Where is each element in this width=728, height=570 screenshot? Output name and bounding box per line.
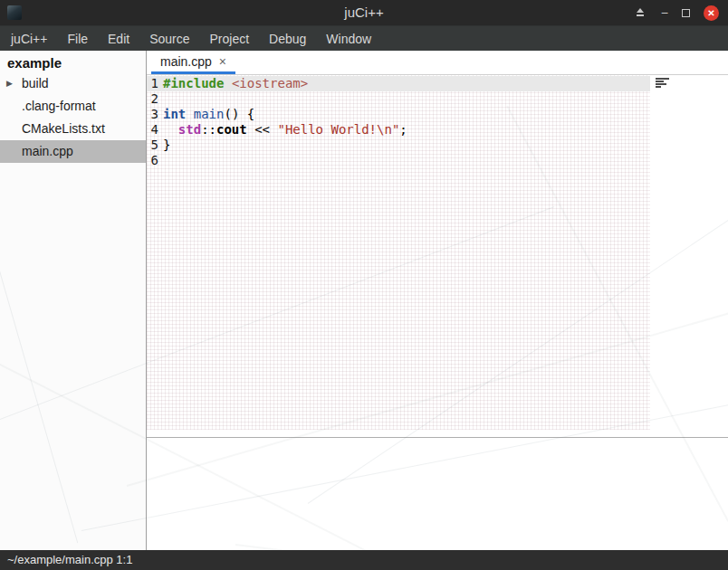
maximize-button[interactable] bbox=[682, 8, 690, 17]
window-controls: − ✕ bbox=[633, 0, 719, 25]
tab-close-icon[interactable]: × bbox=[219, 55, 226, 68]
sidebar-item-build[interactable]: ▶build bbox=[0, 72, 146, 95]
editor-line[interactable]: 6 bbox=[147, 153, 650, 168]
line-number: 3 bbox=[147, 107, 158, 122]
cursor-position-status: ~/example/main.cpp 1:1 bbox=[7, 553, 132, 566]
content-area: example ▶build.clang-formatCMakeLists.tx… bbox=[0, 51, 728, 550]
line-number: 6 bbox=[147, 153, 158, 168]
eject-icon[interactable] bbox=[633, 5, 647, 20]
file-tree: ▶build.clang-formatCMakeLists.txtmain.cp… bbox=[0, 72, 146, 163]
sidebar-item-cmakelists-txt[interactable]: CMakeLists.txt bbox=[0, 118, 146, 140]
editor-line[interactable]: 1#include <iostream> bbox=[147, 76, 650, 91]
status-bar: ~/example/main.cpp 1:1 bbox=[0, 550, 728, 570]
menu-item-file[interactable]: File bbox=[57, 26, 98, 52]
menu-item-edit[interactable]: Edit bbox=[98, 26, 139, 52]
line-number: 5 bbox=[147, 138, 158, 153]
line-number: 4 bbox=[147, 122, 158, 138]
sidebar-item-main-cpp[interactable]: main.cpp bbox=[0, 140, 146, 163]
line-code: #include <iostream> bbox=[163, 76, 308, 90]
menu-item-project[interactable]: Project bbox=[200, 26, 260, 52]
editor-line[interactable]: 5} bbox=[147, 138, 650, 153]
sidebar-item-clang-format[interactable]: .clang-format bbox=[0, 95, 146, 118]
line-number: 2 bbox=[147, 91, 158, 107]
line-code: int main() { bbox=[163, 107, 254, 121]
file-name: build bbox=[22, 76, 49, 90]
menu-item-source[interactable]: Source bbox=[139, 26, 199, 52]
line-code: std::cout << "Hello World!\n"; bbox=[163, 122, 407, 137]
menu-item-window[interactable]: Window bbox=[316, 26, 381, 52]
file-name: .clang-format bbox=[22, 99, 96, 113]
file-name: CMakeLists.txt bbox=[22, 121, 105, 136]
file-name: main.cpp bbox=[22, 144, 73, 158]
output-panel[interactable] bbox=[147, 438, 728, 550]
menu-bar: juCi++FileEditSourceProjectDebugWindow bbox=[0, 25, 728, 51]
app-window: juCi++ − ✕ juCi++FileEditSourceProjectDe… bbox=[0, 0, 728, 570]
window-title: juCi++ bbox=[0, 0, 728, 25]
expander-icon[interactable]: ▶ bbox=[6, 72, 13, 95]
file-tree-sidebar: example ▶build.clang-formatCMakeLists.tx… bbox=[0, 51, 147, 550]
menu-item-debug[interactable]: Debug bbox=[259, 26, 316, 52]
close-button[interactable]: ✕ bbox=[704, 5, 719, 21]
project-root-label: example bbox=[0, 51, 146, 72]
code-editor[interactable]: 1#include <iostream>23int main() {4 std:… bbox=[147, 75, 728, 437]
line-code: } bbox=[163, 138, 170, 152]
tab-main-cpp[interactable]: main.cpp× bbox=[151, 51, 235, 74]
code-lines: 1#include <iostream>23int main() {4 std:… bbox=[147, 75, 728, 168]
editor-line[interactable]: 2 bbox=[147, 91, 650, 107]
minimap[interactable] bbox=[656, 78, 672, 92]
line-number: 1 bbox=[147, 76, 158, 91]
tab-label: main.cpp bbox=[160, 54, 212, 69]
menu-item-juci[interactable]: juCi++ bbox=[1, 26, 57, 52]
title-bar: juCi++ − ✕ bbox=[0, 0, 728, 25]
tab-bar: main.cpp× bbox=[147, 51, 728, 75]
editor-line[interactable]: 3int main() { bbox=[147, 107, 650, 122]
minimize-button[interactable]: − bbox=[661, 5, 668, 20]
editor-line[interactable]: 4 std::cout << "Hello World!\n"; bbox=[147, 122, 650, 138]
main-pane: main.cpp× 1#include <iostream>23int main… bbox=[147, 51, 728, 550]
